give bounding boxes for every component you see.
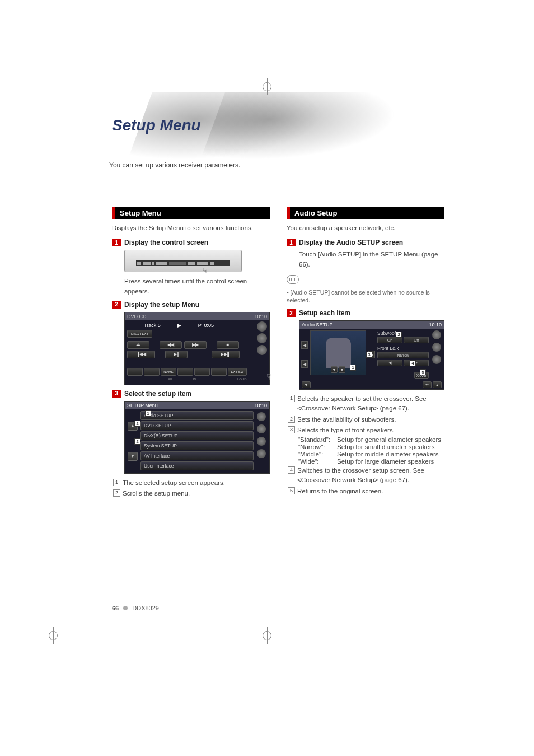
callout-2b: 2 (134, 438, 140, 445)
marker-r3: 3 (288, 426, 295, 433)
section-bar-audio-setup: Audio Setup (287, 207, 444, 219)
dvd-time: 10:10 (254, 314, 267, 319)
menu-item-divx[interactable]: DivX(R) SETUP (140, 431, 254, 440)
dvd-screen-image: DVD CD 10:10 Track 5 ▶ P 0:05 DISC TEXT … (124, 312, 270, 385)
right-step-title-1: Display the Audio SETUP screen (299, 239, 403, 246)
side-icon-1[interactable] (257, 321, 267, 332)
step-number-3: 3 (112, 390, 121, 398)
note-icon (287, 275, 299, 284)
audio-header-label: Audio SETUP (302, 322, 333, 328)
forward-button[interactable]: ▶▶ (184, 341, 207, 349)
stop-button[interactable]: ■ (217, 341, 239, 349)
front-prev-button[interactable]: ◀ (377, 360, 402, 366)
front-next-button[interactable]: ▶ (404, 360, 429, 366)
audio-bottom-left[interactable]: ▼ (302, 381, 311, 388)
right-step-title-2: Setup each item (299, 309, 350, 317)
subwoofer-label: Subwoofer (377, 330, 429, 336)
scroll-down-button[interactable]: ▼ (128, 452, 138, 461)
step-1: 1 Display the control screen (112, 239, 270, 246)
step-title-1: Display the control screen (124, 239, 208, 246)
front-label: Front L&R (377, 346, 429, 351)
in-label: IN (193, 377, 196, 381)
audio-side-1[interactable] (432, 330, 441, 339)
prev-button[interactable]: ▐◀◀ (127, 351, 155, 358)
track-label: Track 5 (144, 323, 161, 328)
right-step-1-text: Touch [Audio SETUP] in the SETUP Menu (p… (299, 250, 444, 269)
front-value: Narrow (377, 352, 429, 358)
page-title: Setup Menu (112, 116, 201, 134)
control-panel-image: ☟ (124, 250, 270, 272)
eject-button[interactable]: ⏏ (127, 341, 149, 349)
marker-r4: 4 (288, 466, 295, 474)
loud-label: LOUD (237, 377, 247, 381)
page-footer: 66 DDX8029 (112, 605, 159, 612)
rewind-button[interactable]: ◀◀ (160, 341, 182, 349)
side-icon-r4[interactable] (257, 449, 266, 458)
dvd-header-label: DVD CD (127, 314, 147, 319)
car-diagram: ▼ ▼ (310, 330, 366, 375)
audio-time: 10:10 (429, 322, 442, 328)
right-step-1: 1 Display the Audio SETUP screen (287, 239, 444, 246)
timecode: 0:05 (204, 323, 214, 328)
step-title-3: Select the setup item (124, 390, 191, 398)
callout-a3: 3 (366, 352, 372, 358)
right-step-number-1: 1 (287, 239, 296, 246)
right-step-2: 2 Setup each item (287, 309, 444, 317)
right-item-1: 1 Selects the speaker to set the crossov… (288, 394, 444, 414)
right-item-4: 4 Switches to the crossover setup screen… (288, 466, 444, 486)
step-1-note: Press several times until the control sc… (124, 277, 270, 296)
callout-1: 1 (145, 410, 151, 417)
audio-side-3[interactable] (432, 355, 441, 364)
callout-a5: 5 (420, 369, 426, 375)
marker-1: 1 (113, 479, 120, 486)
side-icon-r1[interactable] (257, 412, 266, 421)
menu-item-ui[interactable]: User Interface (140, 461, 254, 470)
speaker-left-prev[interactable]: ◀ (301, 341, 308, 349)
title-area: Setup Menu (95, 95, 347, 162)
disctext-button[interactable]: DISC TEXT (127, 330, 152, 338)
side-icon-r3[interactable] (257, 437, 266, 446)
right-column: Audio Setup You can setup a speaker netw… (287, 207, 444, 500)
left-note-2: 2 Scrolls the setup menu. (113, 489, 270, 498)
next-button[interactable]: ▶▶▌ (212, 351, 240, 358)
car-speaker-1[interactable]: ▼ (331, 366, 338, 373)
marker-r5: 5 (288, 487, 295, 494)
right-item-2: 2 Sets the availability of subwoofers. (288, 415, 444, 424)
name-button[interactable]: NAME (161, 368, 176, 376)
setup-menu-header-label: SETUP Menu (127, 403, 158, 408)
menu-item-av[interactable]: AV Interface (140, 451, 254, 460)
audio-setup-screen-image: Audio SETUP 10:10 1 2 3 4 5 ◀ ◀ ▼ (299, 320, 444, 390)
audio-setup-intro: You can setup a speaker network, etc. (287, 223, 444, 233)
subwoofer-off-button[interactable]: Off (404, 337, 429, 343)
setup-menu-time: 10:10 (254, 403, 267, 408)
setup-menu-screen-image: SETUP Menu 10:10 1 2 2 ▲ ▼ Audio SETUP D… (124, 401, 270, 474)
audio-top-button[interactable]: ▲ (433, 381, 442, 388)
right-step-number-2: 2 (287, 309, 296, 317)
speaker-left-prev2[interactable]: ◀ (301, 360, 308, 368)
car-speaker-2[interactable]: ▼ (339, 366, 345, 373)
callout-a1: 1 (350, 365, 356, 371)
page-subtitle: You can set up various receiver paramete… (109, 161, 240, 169)
callout-a4: 4 (410, 360, 416, 366)
step-3: 3 Select the setup item (112, 390, 270, 398)
menu-item-dvd[interactable]: DVD SETUP (140, 421, 254, 430)
menu-item-audio[interactable]: Audio SETUP (140, 411, 254, 420)
step-number-2: 2 (112, 301, 121, 309)
pause-button[interactable]: ▶‖ (165, 351, 188, 358)
audio-return-button[interactable]: ↩ (423, 381, 432, 388)
side-icon-r2[interactable] (257, 424, 266, 433)
menu-item-system[interactable]: System SETUP (140, 441, 254, 450)
step-title-2: Display the setup Menu (124, 301, 199, 309)
side-icon-2[interactable] (257, 333, 267, 343)
model-label: DDX8029 (132, 605, 159, 612)
audio-side-2[interactable] (432, 343, 441, 352)
setup-menu-intro: Displays the Setup Menu to set various f… (112, 223, 270, 233)
side-icon-3[interactable] (257, 345, 267, 355)
speaker-type-table: "Standard":Setup for general diameter sp… (298, 436, 444, 465)
page-number: 66 (112, 605, 119, 612)
pointer-icon-2: ☟ (266, 372, 271, 381)
callout-a2: 2 (396, 332, 402, 338)
extsw-button[interactable]: EXT SW (228, 368, 247, 376)
step-number-1: 1 (112, 239, 121, 246)
af-label: AF (168, 377, 172, 381)
